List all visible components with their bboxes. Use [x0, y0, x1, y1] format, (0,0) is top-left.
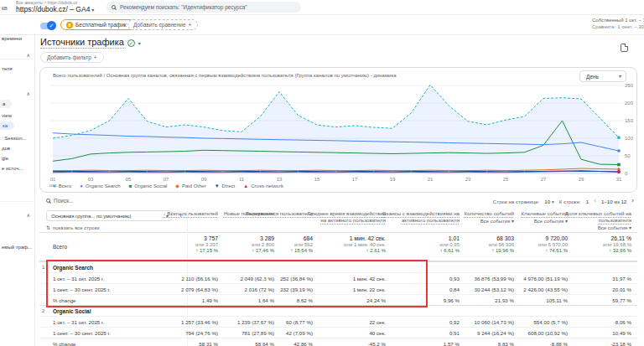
- chevron-down-icon[interactable]: ▾: [138, 40, 141, 46]
- sidebar-item[interactable]: времени: [2, 36, 22, 41]
- legend-marker-icon: ▼: [215, 183, 220, 188]
- global-search-input[interactable]: Рекомендуем поискать: "Идентификатор рес…: [106, 2, 301, 13]
- add-filter-button[interactable]: Добавить фильтр +: [40, 52, 104, 63]
- svg-text:17: 17: [352, 177, 358, 182]
- svg-text:200: 200: [625, 101, 634, 106]
- legend-item[interactable]: ●Всего: [53, 183, 71, 188]
- insights-icon[interactable]: [621, 44, 628, 52]
- legend-item[interactable]: ▼Direct: [215, 183, 236, 188]
- legend-label: Organic Social: [134, 183, 167, 188]
- table-header-row: Основная группа... по умолчанию) ▾ + ⇅ п…: [39, 208, 637, 233]
- table-row[interactable]: % change58,31 %58,64 %42,86 %-45,2 %1,57…: [39, 338, 637, 346]
- legend-item[interactable]: ●Organic Search: [80, 183, 120, 188]
- sidebar-item[interactable]: е источ...: [2, 166, 23, 171]
- column-header[interactable]: Доля ключевых событий на пользователяВсе…: [551, 210, 631, 232]
- row-label: % change: [53, 338, 76, 346]
- svg-text:23: 23: [465, 177, 471, 182]
- compare-date-range: Сравните: 1 сент. – 30 сент. 2025 г.: [592, 24, 644, 29]
- table-pagination: Строк на странице: 10 ▾ К строке: 1 ‹ 1–…: [493, 198, 634, 204]
- legend-marker-icon: ●: [53, 183, 56, 188]
- sidebar-item[interactable]: теля: [2, 66, 13, 71]
- svg-text:25: 25: [503, 177, 509, 182]
- table-search-input[interactable]: Поиск...: [46, 198, 73, 204]
- saved-check-icon: ✓: [127, 39, 135, 47]
- sidebar-item[interactable]: view: [2, 113, 12, 118]
- add-filter-label: Добавить фильтр: [47, 54, 91, 60]
- legend-item[interactable]: ▲Cross-network: [243, 183, 283, 188]
- sidebar-divider: [0, 59, 34, 59]
- prev-page-icon[interactable]: ‹: [594, 198, 596, 204]
- table-cell: 20,01 %: [539, 284, 631, 294]
- page-title[interactable]: Источники трафика: [40, 37, 124, 49]
- sidebar-collapse-icon[interactable]: ∧: [27, 90, 30, 96]
- svg-text:100: 100: [625, 136, 634, 141]
- rows-per-page-select[interactable]: 10 ▾: [544, 199, 553, 204]
- table-cell: -23,18 %: [539, 338, 631, 346]
- legend-item[interactable]: ■Organic Social: [129, 183, 168, 188]
- condition-badge-icon: Б: [66, 22, 73, 28]
- table-cell: 31,97 %: [539, 273, 631, 283]
- svg-text:11: 11: [239, 177, 245, 182]
- table-row-totals[interactable]: Всего3 757или 3 207↑ 17,15 %3 289или 2 8…: [39, 233, 637, 261]
- cell-compare-value: или 19,68 %: [539, 242, 631, 247]
- chevron-down-icon: ▾: [552, 199, 554, 204]
- table-row[interactable]: % change1,49 %1,64 %8,62 %24,24 %9,96 %2…: [39, 294, 637, 305]
- sidebar-item[interactable]: gle: [2, 156, 8, 161]
- table-row[interactable]: 1 окт. – 31 окт. 2025 г.1 257 (33,46 %)1…: [39, 316, 637, 327]
- cell-change-value: ↑ 32,66 %: [539, 248, 631, 253]
- sidebar-item[interactable]: : Session...: [2, 136, 27, 141]
- sidebar-collapse-icon[interactable]: ∧: [27, 52, 30, 58]
- rows-per-page-label: Строк на странице:: [493, 199, 540, 204]
- goto-row-input[interactable]: 1: [586, 199, 589, 204]
- svg-text:07: 07: [164, 177, 169, 182]
- add-comparison-label: Добавить сравнение: [133, 22, 186, 28]
- show-all-rows-button[interactable]: ⇅ показать все строки: [46, 225, 100, 230]
- property-switcher[interactable]: https://dubok.cz/ – GA4▾: [16, 5, 94, 13]
- svg-text:21: 21: [428, 177, 434, 182]
- table-cell: 26,11 %или 19,68 %↑ 32,66 %: [539, 233, 631, 261]
- svg-text:29: 29: [579, 177, 584, 182]
- table-row-group[interactable]: 2Organic Social: [39, 305, 637, 316]
- table-row[interactable]: 1 сент. – 30 сент. 2025 г.2 079 (64,83 %…: [39, 283, 637, 294]
- table-row[interactable]: 1 сент. – 30 сент. 2025 г.794 (24,76 %)7…: [39, 327, 637, 338]
- table-rows: Всего3 757или 3 207↑ 17,15 %3 289или 2 8…: [39, 233, 637, 346]
- legend-label: Всего: [59, 183, 72, 188]
- column-header-label: Доля ключевых событий на пользователя: [565, 210, 631, 223]
- next-page-icon[interactable]: ›: [631, 198, 634, 204]
- svg-text:15: 15: [314, 177, 320, 182]
- add-comparison-chip[interactable]: Добавить сравнение +: [127, 19, 198, 30]
- table-cell: 8,06 %: [539, 317, 631, 327]
- sidebar-item[interactable]: ка: [0, 121, 14, 130]
- legend-label: Organic Search: [86, 183, 121, 188]
- search-icon: [112, 5, 116, 9]
- svg-text:01: 01: [50, 177, 56, 182]
- comparison-toggle[interactable]: ✓: [40, 23, 55, 29]
- sidebar-item[interactable]: а: [0, 100, 12, 108]
- plus-icon: +: [94, 54, 97, 60]
- filter-bar: ✓ Б Бесплатный трафик ✕ Добавить сравнен…: [0, 15, 644, 35]
- sidebar-nav: ного вр...времени∧теля∧аviewка: Session.…: [0, 15, 35, 346]
- cell-value: 26,11 %: [539, 235, 631, 241]
- svg-text:0: 0: [625, 171, 628, 176]
- table-row[interactable]: 1 окт. – 31 окт. 2025 г.2 110 (56,16 %)2…: [39, 272, 637, 283]
- svg-text:13: 13: [277, 177, 283, 182]
- own-date-range: Собственный 1 окт. – 31 окт. 2025 г.: [592, 18, 644, 23]
- svg-text:150: 150: [625, 118, 634, 123]
- legend-label: Direct: [222, 183, 236, 188]
- sidebar-item[interactable]: емый траф...: [2, 245, 32, 250]
- svg-text:250: 250: [625, 83, 634, 88]
- svg-text:05: 05: [126, 177, 132, 182]
- pagination-range: 1–10 из 12: [601, 199, 626, 204]
- legend-label: Cross-network: [251, 183, 283, 188]
- chevron-down-icon: ▾: [91, 8, 94, 13]
- chart-card: Всего пользователей / Основная группа ка…: [39, 67, 637, 193]
- chart-svg: 0501001502002500103050709111315171921232…: [40, 68, 638, 194]
- legend-item[interactable]: ◆Paid Other: [175, 183, 205, 188]
- sidebar-collapse-icon[interactable]: ∧: [27, 212, 30, 218]
- sidebar-item[interactable]: дов: [2, 146, 10, 151]
- table-row-group[interactable]: 1Organic Search: [39, 261, 637, 272]
- goto-row-label: К строке:: [559, 199, 581, 204]
- ga4-app: { "icons": {"caret_down":"▾","close":"✕"…: [0, 0, 644, 346]
- top-app-bar: кв Все аккаунты > https://dubok.cz https…: [0, 0, 644, 15]
- column-filter[interactable]: Все события ▾: [551, 225, 631, 232]
